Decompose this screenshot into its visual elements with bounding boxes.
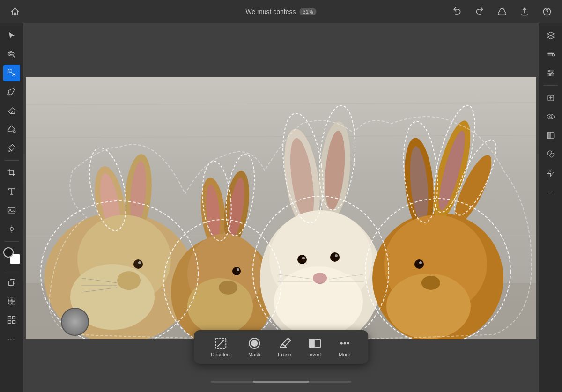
home-icon <box>10 7 20 16</box>
link-icon <box>547 150 555 158</box>
eyedropper-tool[interactable] <box>3 221 20 237</box>
visibility-button[interactable] <box>542 108 559 125</box>
add-layer-button[interactable] <box>542 89 559 106</box>
bottom-toolbar: Deselect Mask Erase <box>194 330 368 364</box>
more-tools[interactable]: ··· <box>3 330 20 347</box>
svg-line-91 <box>218 340 224 347</box>
link-button[interactable] <box>542 146 559 163</box>
svg-point-75 <box>414 259 424 269</box>
cloud-button[interactable] <box>495 4 510 19</box>
svg-point-5 <box>9 151 10 152</box>
layer-copy-tool[interactable] <box>3 274 20 291</box>
eraser-tool[interactable] <box>3 102 20 119</box>
mask-button[interactable]: Mask <box>240 334 268 360</box>
layers-icon <box>547 31 555 40</box>
brush-tool[interactable] <box>3 83 20 100</box>
svg-point-36 <box>138 261 141 264</box>
canvas-image <box>26 77 536 339</box>
right-divider-1 <box>544 85 558 86</box>
text-tool[interactable] <box>3 183 20 200</box>
lasso-tool[interactable] <box>3 46 20 63</box>
mask-icon <box>248 337 261 350</box>
svg-point-105 <box>549 116 552 118</box>
effects-button[interactable] <box>542 46 559 63</box>
move-tool[interactable] <box>3 293 20 310</box>
canvas-area[interactable]: Deselect Mask Erase <box>23 23 539 392</box>
svg-point-98 <box>343 342 346 345</box>
invert-icon <box>308 337 321 350</box>
paint-bucket-tool[interactable] <box>3 121 20 138</box>
more-icon: ··· <box>7 335 16 342</box>
deselect-icon <box>214 337 228 350</box>
deselect-label: Deselect <box>211 352 231 357</box>
svg-point-49 <box>237 268 239 271</box>
home-button[interactable] <box>7 4 22 19</box>
svg-point-61 <box>335 254 338 257</box>
svg-rect-15 <box>12 317 15 319</box>
svg-point-77 <box>422 276 440 290</box>
deselect-button[interactable]: Deselect <box>203 334 238 360</box>
svg-point-101 <box>548 70 550 72</box>
svg-point-97 <box>340 342 342 345</box>
layers-button[interactable] <box>542 27 559 44</box>
scroll-thumb[interactable] <box>253 381 309 383</box>
more-label: More <box>339 352 350 357</box>
add-layer-icon <box>547 94 555 102</box>
adjustments-icon <box>547 69 555 77</box>
brush-icon <box>7 87 16 96</box>
svg-point-50 <box>219 281 237 295</box>
zoom-level[interactable]: 31% <box>300 8 317 15</box>
right-sidebar: ··· <box>539 23 562 392</box>
svg-rect-17 <box>12 321 15 324</box>
crop-tool[interactable] <box>3 164 20 181</box>
color-swatch[interactable] <box>3 247 20 264</box>
mask-right-button[interactable] <box>542 127 559 144</box>
mask-label: Mask <box>248 352 260 357</box>
top-bar-left <box>7 4 22 19</box>
more-right-button[interactable]: ··· <box>542 183 559 200</box>
svg-rect-95 <box>309 339 315 348</box>
svg-point-100 <box>552 54 555 56</box>
eraser-icon <box>7 106 16 115</box>
svg-rect-16 <box>8 321 11 324</box>
image-tool[interactable] <box>3 202 20 219</box>
select-tool[interactable] <box>3 27 20 44</box>
image-icon <box>7 206 16 215</box>
svg-point-48 <box>232 267 241 275</box>
paint-bucket-icon <box>7 125 16 134</box>
grid-tool[interactable] <box>3 311 20 328</box>
svg-point-3 <box>9 70 10 72</box>
dropper-tool[interactable] <box>3 140 20 156</box>
svg-rect-107 <box>547 132 551 139</box>
arrow-icon <box>7 31 16 40</box>
svg-point-62 <box>313 273 327 284</box>
svg-point-8 <box>10 228 13 231</box>
more-button[interactable]: More <box>331 334 359 360</box>
layer-copy-icon <box>7 278 16 287</box>
svg-rect-14 <box>8 317 11 319</box>
svg-point-99 <box>347 342 349 345</box>
grid-icon <box>7 315 16 325</box>
redo-button[interactable] <box>472 4 487 19</box>
help-button[interactable] <box>540 4 555 19</box>
adjustments-button[interactable] <box>542 65 559 81</box>
share-button[interactable] <box>517 4 532 19</box>
svg-rect-11 <box>12 298 15 301</box>
lightning-icon <box>547 169 555 177</box>
scroll-bar[interactable] <box>211 381 351 383</box>
divider-2 <box>5 241 19 242</box>
crop-icon <box>7 168 16 178</box>
svg-point-60 <box>330 252 340 262</box>
invert-button[interactable]: Invert <box>301 334 329 360</box>
text-icon <box>7 187 16 196</box>
mask-right-icon <box>547 131 555 140</box>
redo-icon <box>475 7 484 16</box>
erase-label: Erase <box>278 352 291 357</box>
lightning-button[interactable] <box>542 164 559 181</box>
undo-button[interactable] <box>450 4 465 19</box>
top-bar: We must confess 31% <box>0 0 562 23</box>
main-area: ··· <box>0 23 562 392</box>
erase-button[interactable]: Erase <box>270 334 299 360</box>
magic-select-tool[interactable] <box>3 65 20 81</box>
svg-point-102 <box>551 73 553 74</box>
